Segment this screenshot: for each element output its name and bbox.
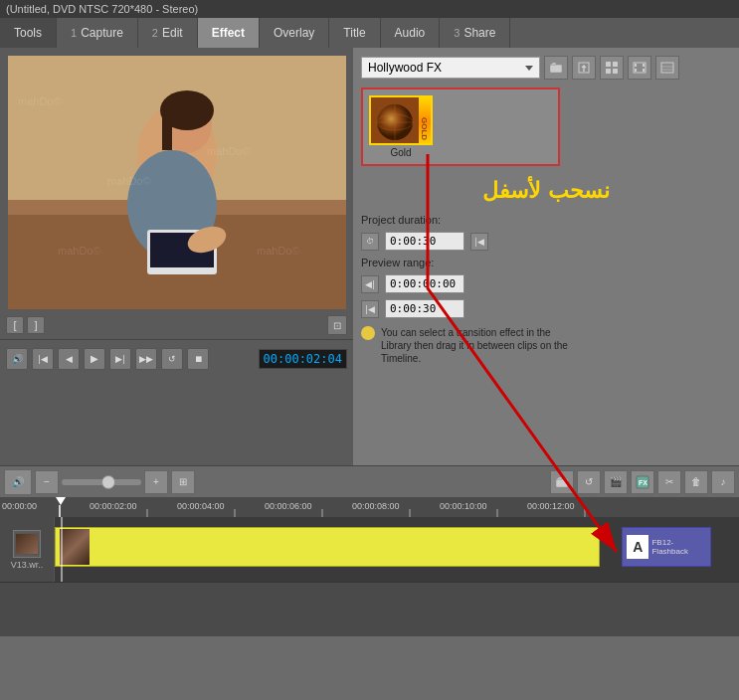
effect-panel: Hollywood FX [353,48,739,465]
preview-range-label: Preview range: [361,257,434,268]
tab-share[interactable]: 3 Share [440,18,510,48]
svg-rect-18 [606,62,611,67]
tab-share-num: 3 [454,27,460,39]
bracket-close-btn[interactable]: ] [27,316,45,334]
timeline-ruler: 00:00:00 00:00:02:00 00:00:04:00 00:00:0… [0,497,739,517]
bottom-track-area [0,582,739,636]
preview-range-from-input[interactable] [385,274,464,293]
import-icon-btn[interactable] [572,56,596,80]
svg-rect-27 [661,63,673,73]
tl-undo-btn[interactable]: ↺ [577,470,601,494]
clock-icon: ⏱ [361,233,379,251]
tab-overlay-label: Overlay [274,26,314,40]
svg-text:GOLD: GOLD [420,117,429,140]
tab-title[interactable]: Title [329,18,380,48]
svg-text:mahDo©: mahDo© [257,245,300,257]
tab-audio[interactable]: Audio [381,18,441,48]
video-preview: mahDo© mahDo© mahDo© mahDo© mahDo© [8,56,346,309]
tab-effect[interactable]: Effect [198,18,260,48]
hint-dot [361,326,375,340]
clip-thumbnail [60,529,90,565]
folder-icon-btn[interactable] [544,56,568,80]
tab-overlay[interactable]: Overlay [260,18,329,48]
bracket-open-btn[interactable]: [ [6,316,24,334]
svg-text:mahDo©: mahDo© [58,245,101,257]
svg-text:mahDo©: mahDo© [107,175,151,187]
dropdown-arrow-icon [525,66,533,71]
rewind-btn[interactable]: |◀ [32,348,54,370]
tl-clips-btn[interactable]: 🎬 [604,470,628,494]
tl-split-btn[interactable]: ✂ [657,470,681,494]
project-duration-input[interactable] [385,232,464,251]
tab-edit[interactable]: 2 Edit [138,18,198,48]
prev-frame-btn[interactable]: ◀ [58,348,80,370]
track-content: A FB12-Flashback [55,517,739,582]
svg-rect-25 [635,69,637,72]
tab-capture-label: Capture [81,26,123,40]
tl-expand-btn[interactable]: ⊞ [171,470,195,494]
tl-speaker-btn[interactable]: 🔊 [4,469,32,495]
preview-from-icon: ◀| [361,275,379,293]
hint-text: You can select a transition effect in th… [381,326,580,365]
tl-zoom-out-btn[interactable]: − [35,470,59,494]
next-frame-btn[interactable]: ▶| [109,348,131,370]
tab-edit-label: Edit [162,26,183,40]
svg-rect-21 [613,69,618,74]
stop-btn[interactable]: ⏹ [187,348,209,370]
list-icon-btn[interactable] [655,56,679,80]
timeline-toolbar: 🔊 − + ⊞ ↺ 🎬 FX ✂ 🗑 ♪ [0,465,739,497]
repeat-btn[interactable]: ↺ [161,348,183,370]
svg-rect-6 [162,110,172,150]
tab-share-label: Share [463,26,495,40]
tl-delete-btn[interactable]: 🗑 [684,470,708,494]
video-preview-bg: mahDo© mahDo© mahDo© mahDo© mahDo© [8,56,346,309]
grid-icon-btn[interactable] [600,56,624,80]
tl-folder-btn[interactable] [550,470,574,494]
tl-zoom-in-btn[interactable]: + [144,470,168,494]
playhead-line [61,517,63,582]
tab-tools-label: Tools [14,26,42,40]
title-clip-label: FB12-Flashback [651,538,706,556]
preview-range-to-input[interactable] [385,299,464,318]
tab-tools[interactable]: Tools [0,18,57,48]
filmstrip-icon-btn[interactable] [628,56,651,80]
title-bar: (Untitled, DVD NTSC 720*480 - Stereo) [0,0,739,18]
svg-text:FX: FX [639,479,647,486]
tab-audio-label: Audio [395,26,426,40]
project-duration-row: Project duration: [361,214,731,226]
project-duration-value-row: ⏱ |◀ [361,232,731,251]
title-clip-icon: A [627,535,648,559]
playhead-marker [60,497,66,505]
volume-btn[interactable]: 🔊 [6,348,28,370]
tab-effect-label: Effect [212,26,245,40]
track-label-text: V13.wr.. [11,560,44,570]
title-clip-fb12[interactable]: A FB12-Flashback [622,527,711,567]
play-btn[interactable]: ▶ [84,348,105,370]
fast-fwd-btn[interactable]: ▶▶ [135,348,157,370]
svg-rect-24 [643,64,645,67]
duration-end-icon: |◀ [470,233,488,251]
effect-gold-label: Gold [390,147,411,158]
video-clip[interactable] [55,527,600,567]
preview-range-label-row: Preview range: [361,257,731,268]
tl-fx-btn[interactable]: FX [631,470,654,494]
dropdown-label: Hollywood FX [368,61,442,75]
svg-rect-26 [643,69,645,72]
drag-instruction-text: نسحب لأسفل [361,178,731,204]
timeline-tracks: V13.wr.. A FB12-Flashback [0,517,739,582]
tab-edit-num: 2 [152,27,158,39]
effect-library-dropdown[interactable]: Hollywood FX [361,57,540,79]
project-duration-label: Project duration: [361,214,441,226]
effect-gold-item[interactable]: GOLD Gold [369,95,433,158]
svg-rect-23 [635,64,637,67]
enlarge-btn[interactable]: ⊡ [327,315,347,335]
tab-capture[interactable]: 1 Capture [57,18,138,48]
tl-zoom-slider[interactable] [62,479,141,485]
title-bar-text: (Untitled, DVD NTSC 720*480 - Stereo) [6,3,198,15]
time-display[interactable]: 00:00:02:04 [259,349,347,369]
tl-audio-btn[interactable]: ♪ [711,470,735,494]
effect-dropdown-row: Hollywood FX [361,56,731,80]
svg-rect-20 [606,69,611,74]
tab-title-label: Title [343,26,365,40]
preview-panel: mahDo© mahDo© mahDo© mahDo© mahDo© [ ] ⊡… [0,48,353,465]
